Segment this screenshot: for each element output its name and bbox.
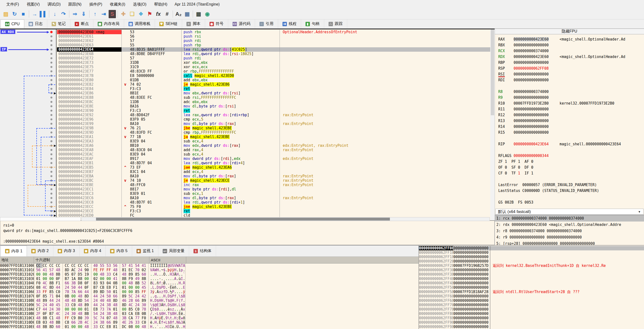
stack-row[interactable]: 000000000062FF400000000000000000: [419, 277, 644, 281]
register-line[interactable]: [498, 194, 644, 199]
tab-内存 1[interactable]: ▦内存 1: [0, 245, 27, 256]
disassembly-row[interactable]: 0000000000423EB1 48:8D7F 04lea rdi,qword…: [57, 161, 490, 165]
tab-笔记[interactable]: ✎笔记: [47, 20, 70, 28]
dump-row[interactable]: 00007FFD1B1310D0EB 03 48 8BC8 66 2B 4C24…: [0, 320, 418, 325]
disassembly-row[interactable]: 0000000000423EB7 83C1 04add ecx,4: [57, 170, 490, 174]
tab-断点[interactable]: ●断点: [70, 20, 93, 28]
argument-row[interactable]: 2: rdx 0000000000423E60 <magic_shell.Opt…: [495, 221, 644, 228]
disassembly-row[interactable]: 0000000000423E84 F3:C3ret: [57, 87, 490, 91]
dump-row[interactable]: 00007FFD1B1310B02F 0F B7 4C24 30 48 8B54…: [0, 311, 418, 316]
tab-调用堆栈[interactable]: ▥调用堆栈: [124, 20, 155, 28]
disassembly-row[interactable]: 0000000000423E63 55push rbp: [57, 43, 490, 47]
breakpoint-dot[interactable]: [50, 31, 52, 33]
dump-row[interactable]: 00007FFD1B1310A0C7 44 24 3000 00 00 01E8…: [0, 307, 418, 311]
bookmarks-icon[interactable]: ⚑: [145, 10, 154, 19]
dump-row[interactable]: 00007FFD1B13101056 41 57 488D AC 24 90FE…: [0, 268, 418, 272]
about-icon[interactable]: ◉: [203, 10, 212, 19]
dump-row[interactable]: 00007FFD1B1310E048 8B 8D 6001 00 00 4833…: [0, 325, 418, 329]
pause-icon[interactable]: ▌▌: [39, 10, 48, 19]
patches-icon[interactable]: ✚: [119, 10, 128, 19]
register-line[interactable]: R11 0000000000000000: [498, 106, 644, 112]
comments-icon[interactable]: ❏: [128, 10, 136, 19]
instruction-dot[interactable]: [50, 70, 52, 72]
tab-日志[interactable]: ▤日志: [24, 20, 47, 28]
stack-row[interactable]: 000000000062FF980000000000000000: [419, 325, 644, 329]
disassembly-row[interactable]: 0000000000423E86 8B1Emov ebx,dword ptr d…: [57, 91, 490, 95]
disassembly-row[interactable]: 0000000000423EBE 48:FFC0inc raxrax:Entry…: [57, 183, 490, 187]
step-into-icon[interactable]: ↓: [50, 10, 59, 19]
calling-convention-select[interactable]: 默认 (x64 fastcall) ▼: [495, 209, 644, 215]
stack-row[interactable]: 000000000062FF600000000000000000: [419, 294, 644, 298]
register-line[interactable]: R10 00007FFD1973E2B0 kernel32.00007FFD19…: [498, 100, 644, 106]
disassembly-row[interactable]: 0000000000423ECC^75 F0jne magic_shell.42…: [57, 205, 490, 209]
disassembly-row[interactable]: 0000000000423EB5^73 EFjae magic_shell.42…: [57, 165, 490, 170]
register-line[interactable]: [498, 83, 644, 89]
menu-item[interactable]: 选项(O): [129, 1, 150, 9]
dump-row[interactable]: 00007FFD1B13103001 00 00 0FB7 1A B8 0002…: [0, 277, 418, 281]
register-line[interactable]: CF 0 TF 1 IF 1: [498, 170, 644, 176]
register-line[interactable]: R15 0000000000000000: [498, 130, 644, 135]
disassembly-row[interactable]: 0000000000423E92 48:8D042Flea rax,qword …: [57, 113, 490, 117]
register-line[interactable]: [498, 147, 644, 153]
tab-局部变量[interactable]: x=局部变量: [158, 245, 189, 256]
disassembly-row[interactable]: 0000000000423E88 48:83EE FCsub rsi,FFFFF…: [57, 95, 490, 100]
disassembly-row[interactable]: 0000000000423EAF 8917mov dword ptr ds:[r…: [57, 156, 490, 161]
disassembly-row[interactable]: 0000000000423EAC 83E9 04sub ecx,4: [57, 152, 490, 156]
calculator-icon[interactable]: ▩: [194, 10, 203, 19]
register-line[interactable]: OF 0 SF 0 DF 0: [498, 165, 644, 170]
disassembly-row[interactable]: 0000000000423E77 48:83CD FFor rbp,FFFFFF…: [57, 69, 490, 74]
execute-till-return-icon[interactable]: ↑: [91, 10, 100, 19]
menu-item[interactable]: 视图(V): [23, 1, 44, 9]
dump-row[interactable]: 00007FFD1B13108048 89 44 2448 48 8D 5424…: [0, 298, 418, 303]
stack-row[interactable]: 000000000062FF180000000000000000: [419, 255, 644, 259]
register-line[interactable]: RBX 0000000000000000: [498, 42, 644, 48]
disassembly-row[interactable]: 0000000000423E61 56push rsi: [57, 34, 490, 39]
stack-row[interactable]: 000000000062FF380000000000000000: [419, 272, 644, 277]
disassembly-row[interactable]: 0000000000423EA8 48:83C0 04add rax,4rax:…: [57, 148, 490, 152]
dump-row[interactable]: 00007FFD1B13102000 00 48 8B05 07 D5 1900…: [0, 272, 418, 277]
disassembly-row[interactable]: 0000000000423E72 57push rdi: [57, 56, 490, 60]
instruction-dot[interactable]: [50, 40, 52, 42]
stack-row[interactable]: 000000000062FF100000000000000000: [419, 250, 644, 255]
disassembly-row[interactable]: 0000000000423E9Bv76 21jbe magic_shell.42…: [57, 126, 490, 130]
disassembly-row[interactable]: 0000000000423EC8 48:8D7F 01lea rdi,qword…: [57, 200, 490, 205]
disassembly-row[interactable]: 0000000000423EA3 83E9 04sub ecx,4: [57, 139, 490, 143]
stack-row[interactable]: 000000000062FF200000000000000000: [419, 259, 644, 263]
disassembly-row[interactable]: 0000000000423E80 01DBadd ebx,ebx: [57, 78, 490, 82]
register-line[interactable]: RCX 0000000000374000: [498, 48, 644, 54]
restart-icon[interactable]: ↻: [10, 10, 19, 19]
argument-row[interactable]: 1: rcx 0000000000374000 0000000000374000: [495, 215, 644, 221]
tab-跟踪[interactable]: ∴跟踪: [324, 20, 347, 28]
tab-内存布局[interactable]: ▦内存布局: [93, 20, 124, 28]
run-icon[interactable]: →: [30, 10, 39, 19]
disassembly-row[interactable]: 0000000000423E8C 11DBadc ebx,ebx: [57, 100, 490, 104]
hide-fpu-button[interactable]: 隐藏FPU: [495, 29, 644, 35]
disassembly-row[interactable]: 0000000000423EC3 83E9 01sub ecx,1: [57, 191, 490, 196]
register-line[interactable]: RSI 0000000000000000: [498, 71, 644, 77]
tab-脚本[interactable]: ≡脚本: [182, 20, 205, 28]
register-line[interactable]: RIP 0000000000423E64 magic_shell.0000000…: [498, 141, 644, 147]
instruction-dot[interactable]: [50, 36, 52, 37]
register-line[interactable]: ZF 1 PF 1 AF 0: [498, 159, 644, 165]
register-line[interactable]: RBP 0000000000000000: [498, 60, 644, 66]
tab-监视 1[interactable]: ◉监视 1: [132, 245, 158, 256]
disassembly-row[interactable]: 0000000000423EA6 8B10mov edx,dword ptr d…: [57, 143, 490, 148]
register-line[interactable]: R9 0000000000000000: [498, 95, 644, 100]
argument-row[interactable]: 3: r8 0000000000374000 0000000000374000: [495, 228, 644, 234]
stack-row[interactable]: 000000000062FF900000000000000000: [419, 320, 644, 325]
scylla-icon[interactable]: S: [109, 10, 116, 18]
instruction-dot[interactable]: [50, 66, 52, 68]
step-over-icon[interactable]: ↷: [59, 10, 68, 19]
disassembly-row[interactable]: 0000000000423E62 57push rdi: [57, 39, 490, 43]
register-line[interactable]: LastError 00000057 (ERROR_INVALID_PARAME…: [498, 182, 644, 188]
disassembly-row[interactable]: 0000000000423E75 31C9xor ecx,ecx: [57, 65, 490, 69]
menu-item[interactable]: 帮助(H): [150, 1, 171, 9]
disassembly-row[interactable]: 0000000000423E90 F3:C3ret: [57, 108, 490, 113]
disassembly-row[interactable]: 0000000000423EC1 8817mov byte ptr ds:[rd…: [57, 187, 490, 191]
register-line[interactable]: R13 0000000000000000: [498, 118, 644, 124]
argument-row[interactable]: 5: [rsp+28] 0000000000000000 00000000000…: [495, 240, 644, 245]
disassembly-row[interactable]: 0000000000423E96 83F9 05cmp ecx,5: [57, 117, 490, 122]
disassembly-row[interactable]: 0000000000423ECE F3:C3ret: [57, 209, 490, 213]
tab-内存 3[interactable]: ▦内存 3: [53, 245, 80, 256]
disassembly-row[interactable]: 0000000000423EC6 8A10mov dl,byte ptr ds:…: [57, 196, 490, 200]
